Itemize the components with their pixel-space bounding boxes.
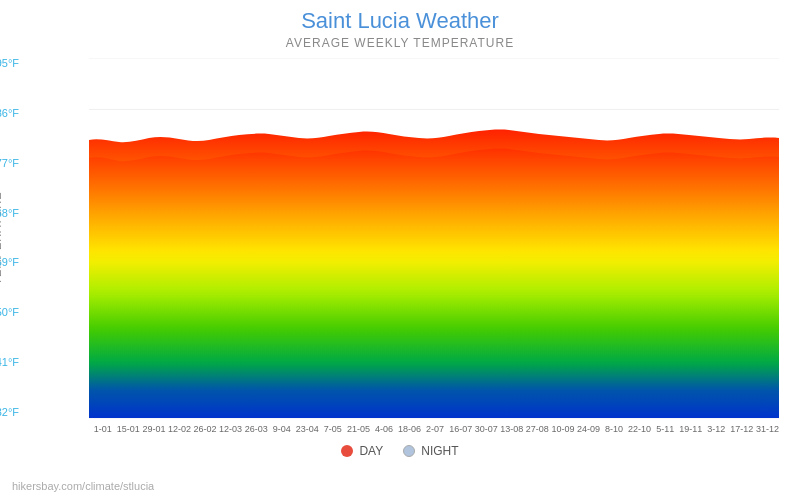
x-axis-label: 12-02 [167, 424, 193, 434]
y-axis-label: 15°C 59°F [0, 257, 19, 268]
x-axis-label: 5-11 [652, 424, 678, 434]
footer-url: hikersbay.com/climate/stlucia [12, 480, 154, 492]
night-temp-area [89, 149, 779, 418]
x-axis-label: 18-06 [397, 424, 423, 434]
legend-night-label: NIGHT [421, 444, 458, 458]
x-axis-label: 1-01 [90, 424, 116, 434]
x-axis-label: 15-01 [116, 424, 142, 434]
x-axis-label: 26-03 [243, 424, 269, 434]
x-axis-label: 17-12 [729, 424, 755, 434]
chart-subtitle: AVERAGE WEEKLY TEMPERATURE [286, 36, 514, 50]
x-axis-label: 9-04 [269, 424, 295, 434]
temperature-chart [89, 58, 780, 422]
x-axis-label: 22-10 [627, 424, 653, 434]
x-axis-label: 29-01 [141, 424, 167, 434]
x-axis-label: 26-02 [192, 424, 218, 434]
y-axis: 35°C 95°F30°C 86°F25°C 77°F20°C 68°F15°C… [0, 58, 19, 418]
y-axis-label: 25°C 77°F [0, 158, 19, 169]
x-axis: 1-0115-0129-0112-0226-0212-0326-039-0423… [90, 424, 780, 434]
legend-day-label: DAY [359, 444, 383, 458]
x-axis-label: 21-05 [346, 424, 372, 434]
chart-legend: DAY NIGHT [341, 444, 458, 458]
y-axis-label: 35°C 95°F [0, 58, 19, 69]
x-axis-label: 2-07 [422, 424, 448, 434]
y-axis-label: 10°C 50°F [0, 307, 19, 318]
x-axis-label: 12-03 [218, 424, 244, 434]
y-axis-label: 5°C 41°F [0, 357, 19, 368]
y-axis-label: 20°C 68°F [0, 208, 19, 219]
x-axis-label: 27-08 [525, 424, 551, 434]
x-axis-label: 8-10 [601, 424, 627, 434]
chart-title: Saint Lucia Weather [301, 8, 499, 34]
x-axis-label: 30-07 [473, 424, 499, 434]
legend-day: DAY [341, 444, 383, 458]
x-axis-label: 31-12 [755, 424, 781, 434]
x-axis-label: 13-08 [499, 424, 525, 434]
x-axis-label: 23-04 [295, 424, 321, 434]
x-axis-label: 10-09 [550, 424, 576, 434]
x-axis-label: 4-06 [371, 424, 397, 434]
legend-night: NIGHT [403, 444, 458, 458]
legend-day-dot [341, 445, 353, 457]
x-axis-label: 19-11 [678, 424, 704, 434]
x-axis-label: 16-07 [448, 424, 474, 434]
main-container: Saint Lucia Weather AVERAGE WEEKLY TEMPE… [0, 0, 800, 500]
y-axis-label: 0°C 32°F [0, 407, 19, 418]
x-axis-label: 7-05 [320, 424, 346, 434]
x-axis-label: 24-09 [576, 424, 602, 434]
x-axis-label: 3-12 [704, 424, 730, 434]
y-axis-label: 30°C 86°F [0, 108, 19, 119]
legend-night-dot [403, 445, 415, 457]
